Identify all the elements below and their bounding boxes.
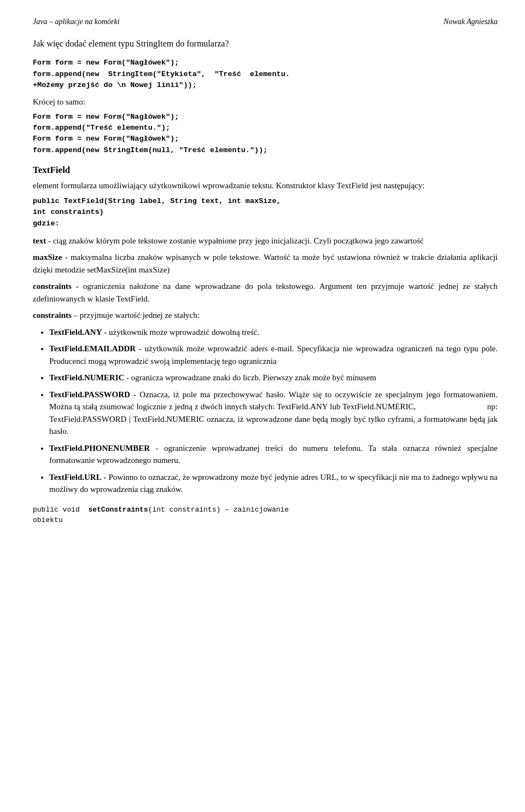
list-item-any: TextField.ANY - użytkownik może wprowadz… xyxy=(49,326,498,339)
code-block-1: Form form = new Form("Nagłówek"); form.a… xyxy=(33,57,498,91)
list-item-emailaddr: TextField.EMAILADDR - użytkownik może wp… xyxy=(49,343,498,367)
textfield-heading: TextField xyxy=(33,164,498,177)
list-item-url: TextField.URL - Powinno to oznaczać, że … xyxy=(49,471,498,496)
list-item-password: TextField.PASSWORD - Oznacza, iż pole ma… xyxy=(49,388,498,438)
list-item-phonenumber: TextField.PHONENUMBER - ograniczenie wpr… xyxy=(49,442,498,467)
list-item-numeric: TextField.NUMERIC - ogranicza wprowadzan… xyxy=(49,372,498,384)
section-question: Jak więc dodać element typu StringItem d… xyxy=(33,37,498,50)
constraints-text-2: constraints – przyjmuje wartość jednej z… xyxy=(33,309,498,322)
footer-code: public void setConstraints(int constrain… xyxy=(33,504,498,526)
textfield-intro: element formularza umożliwiający użytkow… xyxy=(33,179,498,192)
constructor-code: public TextField(String label, String te… xyxy=(33,196,498,229)
maxsize-text: maxSize - maksymalna liczba znaków wpisa… xyxy=(33,251,498,276)
text-label: text - ciąg znaków którym pole tekstowe … xyxy=(33,236,424,245)
krocej-label: Krócej to samo: xyxy=(33,96,498,108)
header-left: Java – aplikacje na komórki xyxy=(33,16,120,27)
constraints-text-1: constraints - ograniczenia nałożone na d… xyxy=(33,280,498,305)
code-block-2: Form form = new Form("Nagłówek"); form.a… xyxy=(33,112,498,156)
header-right: Nowak Agnieszka xyxy=(444,16,498,27)
constraints-list: TextField.ANY - użytkownik może wprowadz… xyxy=(49,326,498,496)
gdzie-text: text - ciąg znaków którym pole tekstowe … xyxy=(33,235,498,247)
